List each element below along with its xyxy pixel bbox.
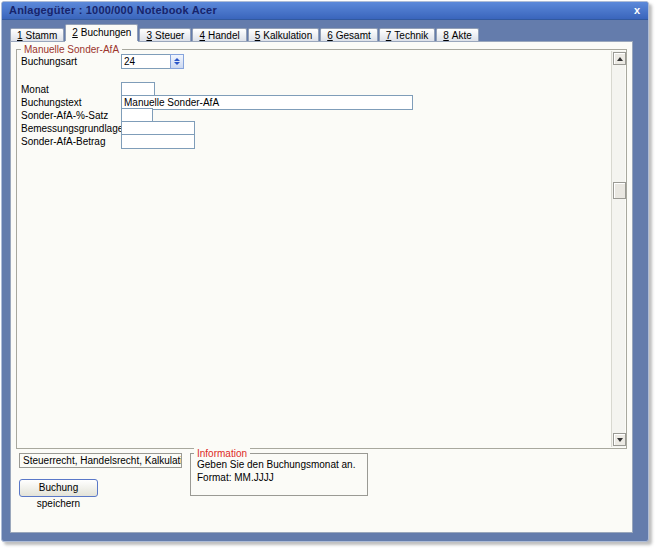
buchung-speichern-button[interactable]: Buchung speichern — [19, 479, 98, 497]
field-row-bemessungsgrundlage: Bemessungsgrundlage — [17, 122, 626, 135]
tab-accel: 8 — [443, 30, 449, 41]
tab-bar: 1Stamm 2Buchungen 3Steuer 4Handel 5Kalku… — [10, 27, 480, 41]
arrow-down-icon — [617, 438, 623, 442]
field-row-buchungsart: Buchungsart — [17, 55, 626, 68]
tab-akte[interactable]: 8Akte — [436, 28, 479, 41]
tab-label: Kalkulation — [263, 30, 312, 41]
context-status-field: Steuerrecht, Handelsrecht, Kalkulation — [19, 453, 182, 468]
window-title: Anlagegüter : 1000/000 Notebook Acer — [9, 4, 217, 16]
tab-label: Buchungen — [81, 27, 132, 38]
tab-label: Technik — [394, 30, 428, 41]
tab-accel: 2 — [72, 27, 78, 38]
tab-label: Akte — [452, 30, 472, 41]
scroll-up-button[interactable] — [613, 52, 626, 65]
tab-accel: 7 — [386, 30, 392, 41]
tab-accel: 4 — [199, 30, 205, 41]
tab-label: Stamm — [26, 30, 58, 41]
tab-accel: 3 — [146, 30, 152, 41]
field-row-buchungstext: Buchungstext — [17, 96, 626, 109]
information-legend: Information — [194, 448, 250, 459]
information-groupbox: Information Geben Sie den Buchungsmonat … — [190, 453, 368, 496]
tab-accel: 1 — [17, 30, 23, 41]
bemessungsgrundlage-label: Bemessungsgrundlage — [21, 122, 123, 135]
buchungstext-input[interactable] — [121, 95, 413, 110]
tab-handel[interactable]: 4Handel — [192, 28, 246, 41]
app-window: Anlagegüter : 1000/000 Notebook Acer x 1… — [1, 1, 649, 542]
information-text-line1: Geben Sie den Buchungsmonat an. — [197, 459, 355, 470]
tab-buchungen[interactable]: 2Buchungen — [65, 24, 138, 41]
vertical-scrollbar[interactable] — [611, 51, 625, 447]
tab-accel: 5 — [255, 30, 261, 41]
sonder-afa-satz-label: Sonder-AfA-%-Satz — [21, 109, 108, 122]
field-row-sonder-afa-satz: Sonder-AfA-%-Satz — [17, 109, 626, 122]
monat-label: Monat — [21, 83, 49, 96]
titlebar: Anlagegüter : 1000/000 Notebook Acer x — [2, 2, 648, 20]
arrow-up-icon — [617, 57, 623, 61]
tab-label: Handel — [208, 30, 240, 41]
information-text-line2: Format: MM.JJJJ — [197, 472, 274, 483]
groupbox-legend: Manuelle Sonder-AfA — [21, 44, 122, 55]
buchungsart-spinner-icon[interactable] — [170, 54, 184, 69]
buchungsart-label: Buchungsart — [21, 55, 77, 68]
tab-stamm[interactable]: 1Stamm — [10, 28, 64, 41]
buchungstext-label: Buchungstext — [21, 96, 82, 109]
tab-technik[interactable]: 7Technik — [379, 28, 435, 41]
tab-gesamt[interactable]: 6Gesamt — [320, 28, 378, 41]
spin-up-icon — [174, 58, 180, 61]
tab-page-buchungen: Manuelle Sonder-AfA Buchungsart Monat Bu… — [10, 41, 633, 533]
tab-kalkulation[interactable]: 5Kalkulation — [248, 28, 319, 41]
close-icon[interactable]: x — [634, 3, 640, 18]
buchungsart-input[interactable] — [121, 54, 171, 69]
sonder-afa-betrag-input[interactable] — [121, 134, 195, 149]
spin-down-icon — [174, 62, 180, 65]
tab-label: Gesamt — [336, 30, 371, 41]
scroll-thumb[interactable] — [613, 182, 626, 199]
field-row-sonder-afa-betrag: Sonder-AfA-Betrag — [17, 135, 626, 148]
tab-steuer[interactable]: 3Steuer — [139, 28, 191, 41]
manuelle-sonder-afa-groupbox: Manuelle Sonder-AfA Buchungsart Monat Bu… — [16, 49, 627, 449]
sonder-afa-betrag-label: Sonder-AfA-Betrag — [21, 135, 106, 148]
tab-accel: 6 — [327, 30, 333, 41]
tab-label: Steuer — [155, 30, 184, 41]
scroll-down-button[interactable] — [613, 433, 626, 446]
